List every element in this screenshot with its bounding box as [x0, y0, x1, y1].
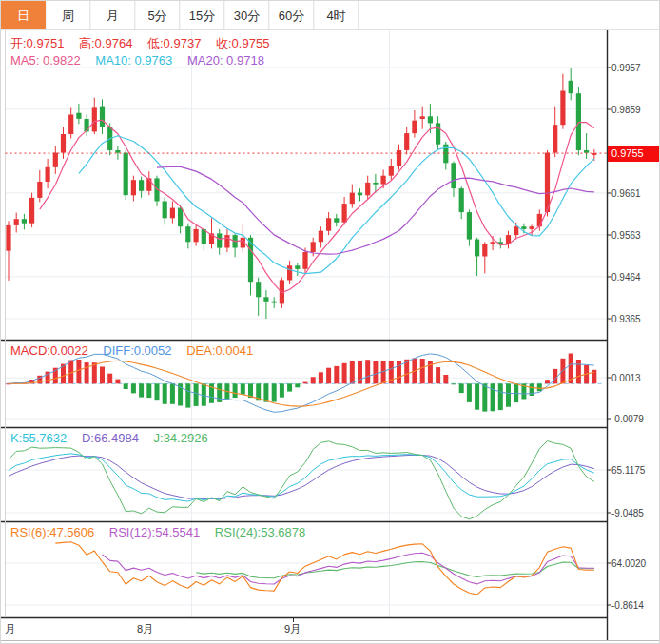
- ma10-value: MA10: 0.9763: [95, 53, 172, 68]
- y-axis-label: 0.9859: [611, 105, 641, 115]
- rsi-axis-label: 64.0020: [611, 558, 646, 569]
- current-price-tag: 0.9755: [608, 146, 659, 162]
- x-axis-label: 8月: [137, 622, 153, 636]
- macd-axis-label: 0.0013: [611, 373, 641, 383]
- tab-5min[interactable]: 5分: [135, 1, 180, 29]
- open-value: 开:0.9751: [10, 36, 64, 50]
- k-value: K:55.7632: [10, 431, 67, 445]
- rsi12-value: RSI(12):54.5541: [109, 525, 200, 539]
- macd-layer: [6, 354, 603, 413]
- tab-4hour[interactable]: 4时: [314, 1, 359, 29]
- y-axis-label: 0.9563: [611, 230, 641, 241]
- x-axis-label: 月: [5, 622, 15, 636]
- tab-15min[interactable]: 15分: [180, 1, 224, 29]
- ma5-value: MA5: 0.9822: [10, 53, 81, 68]
- j-value: J:34.2926: [154, 431, 208, 445]
- y-axis-label: 0.9957: [611, 63, 641, 73]
- kdj-legend: K:55.7632 D:66.4984 J:34.2926: [10, 431, 220, 445]
- y-axis-label: 0.9661: [611, 188, 641, 199]
- kdj-layer: [9, 441, 594, 519]
- rsi6-value: RSI(6):47.5606: [10, 525, 94, 539]
- macd-value: MACD:0.0022: [10, 343, 88, 358]
- rsi24-value: RSI(24):53.6878: [215, 525, 305, 539]
- tab-30min[interactable]: 30分: [224, 1, 269, 29]
- tab-month[interactable]: 月: [90, 1, 135, 29]
- kline-chart-app: 日 周 月 5分 15分 30分 60分 4时 开:0.9751 高:0.976…: [0, 0, 660, 644]
- ma20-value: MA20: 0.9718: [187, 53, 264, 68]
- y-axis-label: 0.9365: [611, 314, 641, 324]
- rsi-legend: RSI(6):47.5606 RSI(12):54.5541 RSI(24):5…: [10, 525, 317, 539]
- y-axis-label: 0.9464: [611, 272, 641, 283]
- high-value: 高:0.9764: [79, 36, 132, 50]
- macd-axis-label: -0.0079: [611, 414, 644, 424]
- ohlc-legend: 开:0.9751 高:0.9764 低:0.9737 收:0.9755: [10, 35, 281, 52]
- dea-value: DEA:0.0041: [186, 343, 253, 358]
- close-value: 收:0.9755: [216, 36, 269, 50]
- low-value: 低:0.9737: [147, 36, 201, 50]
- macd-legend: MACD:0.0022 DIFF:0.0052 DEA:0.0041: [10, 343, 264, 358]
- tab-60min[interactable]: 60分: [269, 1, 314, 29]
- x-axis-label: 9月: [284, 622, 301, 636]
- interval-tabbar: 日 周 月 5分 15分 30分 60分 4时: [1, 1, 659, 30]
- rsi-axis-label: -0.8614: [611, 600, 644, 611]
- tab-day[interactable]: 日: [1, 1, 46, 29]
- tab-week[interactable]: 周: [46, 1, 90, 29]
- kdj-axis-label: -9.0485: [611, 508, 644, 518]
- chart-canvas[interactable]: [1, 1, 660, 644]
- diff-value: DIFF:0.0052: [103, 343, 171, 358]
- kdj-axis-label: 65.1175: [611, 465, 645, 476]
- d-value: D:66.4984: [82, 431, 139, 445]
- rsi-layer: [55, 542, 594, 595]
- ma-legend: MA5: 0.9822 MA10: 0.9763 MA20: 0.9718: [10, 53, 276, 68]
